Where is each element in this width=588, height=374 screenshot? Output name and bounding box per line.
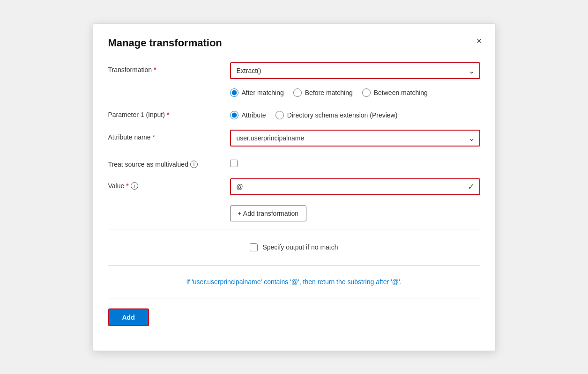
add-transformation-row: + Add transformation [108,205,480,221]
footer-divider [108,299,480,299]
value-input[interactable] [231,179,479,194]
close-button[interactable]: × [475,34,484,47]
after-matching-option[interactable]: After matching [230,88,284,97]
manage-transformation-dialog: Manage transformation × Transformation *… [93,23,496,351]
after-matching-radio[interactable] [230,88,238,97]
before-matching-option[interactable]: Before matching [293,88,353,97]
matching-radio-group: After matching Before matching Between m… [230,86,480,97]
attribute-name-control: user.userprincipalname user.mail user.di… [230,130,480,147]
treat-source-control [230,157,480,167]
treat-source-info-icon: i [190,161,198,168]
add-transformation-control: + Add transformation [230,205,480,221]
treat-source-checkbox-row [230,157,480,167]
value-required-star: * [126,182,128,190]
description-text: If 'user.userprincipalname' contains '@'… [108,273,480,293]
dialog-title: Manage transformation [108,37,480,49]
specify-output-checkbox[interactable] [250,243,258,251]
directory-radio[interactable] [275,111,284,119]
before-matching-label: Before matching [305,89,353,96]
transformation-select-wrapper: Extract() ToLower() ToUpper() Replace() … [230,62,480,79]
parameter1-required-star: * [167,111,169,118]
specify-output-row: Specify output if no match [108,237,480,258]
transformation-label: Transformation * [108,62,230,73]
treat-source-label: Treat source as multivalued i [108,157,230,168]
attribute-option[interactable]: Attribute [230,111,266,119]
parameter1-control: Attribute Directory schema extension (Pr… [230,107,480,119]
transformation-row: Transformation * Extract() ToLower() ToU… [108,62,480,97]
treat-source-row: Treat source as multivalued i [108,157,480,168]
parameter1-row: Parameter 1 (Input) * Attribute Director… [108,107,480,119]
transformation-select[interactable]: Extract() ToLower() ToUpper() Replace() … [231,63,479,78]
add-button[interactable]: Add [108,308,149,326]
value-label: Value * i [108,178,230,190]
between-matching-label: Between matching [374,89,428,96]
attribute-name-row: Attribute name * user.userprincipalname … [108,130,480,147]
transformation-control: Extract() ToLower() ToUpper() Replace() … [230,62,480,97]
value-info-icon: i [131,182,138,190]
specify-output-label: Specify output if no match [262,243,338,251]
directory-schema-label: Directory schema extension (Preview) [287,111,398,119]
divider-1 [108,229,480,229]
directory-schema-option[interactable]: Directory schema extension (Preview) [275,111,398,119]
attribute-label: Attribute [242,111,266,119]
between-matching-option[interactable]: Between matching [362,88,428,97]
value-row: Value * i ✓ [108,178,480,195]
after-matching-label: After matching [242,89,284,96]
parameter1-label: Parameter 1 (Input) * [108,107,230,118]
divider-2 [108,265,480,266]
add-transformation-button[interactable]: + Add transformation [230,205,307,221]
value-input-wrapper: ✓ [230,178,480,195]
attribute-name-select[interactable]: user.userprincipalname user.mail user.di… [231,131,479,146]
transformation-required-star: * [154,66,156,73]
parameter1-radio-group: Attribute Directory schema extension (Pr… [230,107,480,119]
value-control: ✓ [230,178,480,195]
attribute-name-required-star: * [153,133,155,141]
attribute-radio[interactable] [230,111,238,119]
treat-source-checkbox[interactable] [230,160,238,167]
attribute-name-select-wrapper: user.userprincipalname user.mail user.di… [230,130,480,147]
before-matching-radio[interactable] [293,88,302,97]
between-matching-radio[interactable] [362,88,371,97]
attribute-name-label: Attribute name * [108,130,230,141]
